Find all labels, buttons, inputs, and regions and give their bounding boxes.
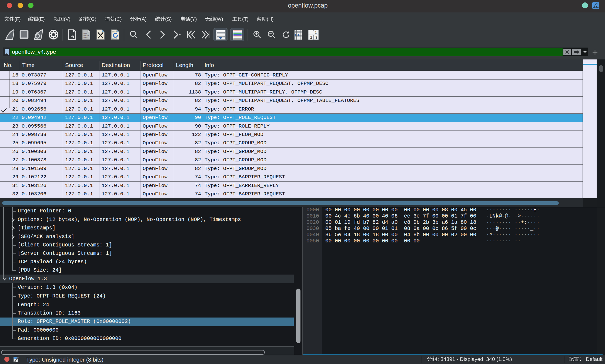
svg-text:0110: 0110 [112, 38, 117, 40]
svg-text:1: 1 [315, 31, 317, 35]
svg-text:3: 3 [315, 35, 317, 39]
svg-text:0111: 0111 [83, 36, 89, 39]
svg-text:1010: 1010 [112, 31, 117, 33]
svg-text:2: 2 [310, 35, 312, 39]
